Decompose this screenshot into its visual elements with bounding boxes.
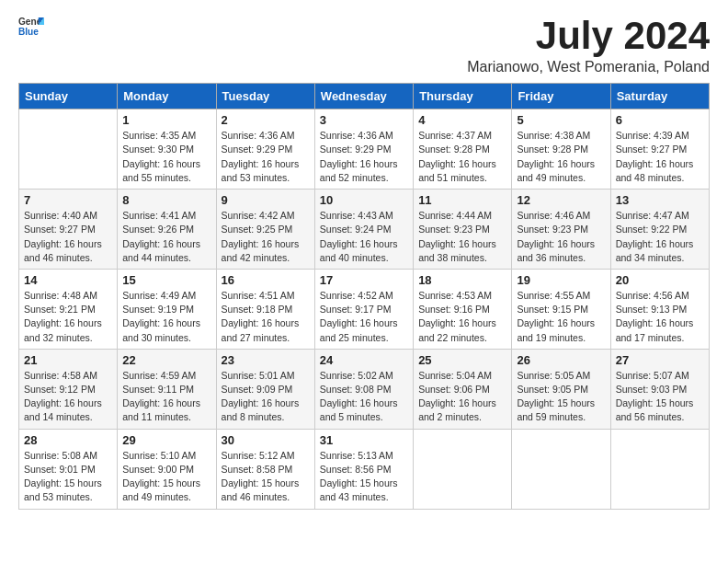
- day-number: 6: [616, 113, 704, 127]
- day-info: Sunrise: 4:42 AM Sunset: 9:25 PM Dayligh…: [222, 209, 310, 265]
- day-info: Sunrise: 5:12 AM Sunset: 8:58 PM Dayligh…: [222, 449, 310, 505]
- location-subtitle: Marianowo, West Pomerania, Poland: [467, 59, 710, 75]
- page-header: General Blue July 2024 Marianowo, West P…: [18, 15, 710, 75]
- day-number: 12: [517, 193, 605, 207]
- day-info: Sunrise: 5:07 AM Sunset: 9:03 PM Dayligh…: [616, 369, 704, 425]
- calendar-cell: 20Sunrise: 4:56 AM Sunset: 9:13 PM Dayli…: [610, 269, 709, 349]
- calendar-cell: 6Sunrise: 4:39 AM Sunset: 9:27 PM Daylig…: [610, 109, 709, 190]
- day-number: 13: [616, 193, 704, 207]
- column-header-thursday: Thursday: [414, 84, 512, 109]
- day-info: Sunrise: 4:47 AM Sunset: 9:22 PM Dayligh…: [616, 209, 704, 265]
- calendar-week-row: 14Sunrise: 4:48 AM Sunset: 9:21 PM Dayli…: [19, 269, 710, 349]
- calendar-week-row: 28Sunrise: 5:08 AM Sunset: 9:01 PM Dayli…: [19, 429, 710, 509]
- calendar-week-row: 1Sunrise: 4:35 AM Sunset: 9:30 PM Daylig…: [19, 109, 710, 190]
- calendar-cell: [610, 429, 709, 509]
- day-info: Sunrise: 4:58 AM Sunset: 9:12 PM Dayligh…: [24, 369, 112, 425]
- day-info: Sunrise: 4:35 AM Sunset: 9:30 PM Dayligh…: [122, 129, 210, 185]
- day-number: 31: [320, 433, 408, 447]
- calendar-cell: 19Sunrise: 4:55 AM Sunset: 9:15 PM Dayli…: [512, 269, 610, 349]
- calendar-header-row: SundayMondayTuesdayWednesdayThursdayFrid…: [19, 84, 710, 109]
- calendar-week-row: 7Sunrise: 4:40 AM Sunset: 9:27 PM Daylig…: [19, 190, 710, 270]
- day-info: Sunrise: 4:36 AM Sunset: 9:29 PM Dayligh…: [320, 129, 408, 185]
- day-number: 29: [122, 433, 210, 447]
- day-number: 14: [24, 273, 112, 287]
- day-number: 15: [122, 273, 210, 287]
- day-info: Sunrise: 4:44 AM Sunset: 9:23 PM Dayligh…: [418, 209, 506, 265]
- calendar-cell: 27Sunrise: 5:07 AM Sunset: 9:03 PM Dayli…: [610, 349, 709, 429]
- day-info: Sunrise: 4:49 AM Sunset: 9:19 PM Dayligh…: [122, 289, 210, 345]
- day-number: 17: [320, 273, 408, 287]
- day-number: 21: [24, 353, 112, 367]
- day-info: Sunrise: 4:55 AM Sunset: 9:15 PM Dayligh…: [517, 289, 605, 345]
- day-info: Sunrise: 4:52 AM Sunset: 9:17 PM Dayligh…: [320, 289, 408, 345]
- day-number: 3: [320, 113, 408, 127]
- day-number: 28: [24, 433, 112, 447]
- calendar-cell: 29Sunrise: 5:10 AM Sunset: 9:00 PM Dayli…: [118, 429, 216, 509]
- day-number: 10: [320, 193, 408, 207]
- calendar-cell: 7Sunrise: 4:40 AM Sunset: 9:27 PM Daylig…: [19, 190, 118, 270]
- calendar-cell: 8Sunrise: 4:41 AM Sunset: 9:26 PM Daylig…: [118, 190, 216, 270]
- day-number: 24: [320, 353, 408, 367]
- day-info: Sunrise: 4:53 AM Sunset: 9:16 PM Dayligh…: [418, 289, 506, 345]
- logo-icon: General Blue: [18, 15, 44, 40]
- calendar-cell: 26Sunrise: 5:05 AM Sunset: 9:05 PM Dayli…: [512, 349, 610, 429]
- calendar-week-row: 21Sunrise: 4:58 AM Sunset: 9:12 PM Dayli…: [19, 349, 710, 429]
- day-number: 19: [517, 273, 605, 287]
- column-header-sunday: Sunday: [19, 84, 118, 109]
- calendar-cell: 1Sunrise: 4:35 AM Sunset: 9:30 PM Daylig…: [118, 109, 216, 190]
- day-number: 27: [616, 353, 704, 367]
- calendar-cell: 4Sunrise: 4:37 AM Sunset: 9:28 PM Daylig…: [414, 109, 512, 190]
- day-number: 16: [222, 273, 310, 287]
- column-header-saturday: Saturday: [610, 84, 709, 109]
- calendar-cell: 2Sunrise: 4:36 AM Sunset: 9:29 PM Daylig…: [216, 109, 314, 190]
- day-number: 18: [418, 273, 506, 287]
- day-number: 20: [616, 273, 704, 287]
- day-number: 9: [222, 193, 310, 207]
- calendar-cell: 22Sunrise: 4:59 AM Sunset: 9:11 PM Dayli…: [118, 349, 216, 429]
- day-number: 2: [222, 113, 310, 127]
- calendar-cell: 28Sunrise: 5:08 AM Sunset: 9:01 PM Dayli…: [19, 429, 118, 509]
- calendar-cell: 31Sunrise: 5:13 AM Sunset: 8:56 PM Dayli…: [314, 429, 413, 509]
- calendar-cell: 10Sunrise: 4:43 AM Sunset: 9:24 PM Dayli…: [314, 190, 413, 270]
- day-info: Sunrise: 4:43 AM Sunset: 9:24 PM Dayligh…: [320, 209, 408, 265]
- day-info: Sunrise: 4:40 AM Sunset: 9:27 PM Dayligh…: [24, 209, 112, 265]
- day-number: 23: [222, 353, 310, 367]
- calendar-cell: [19, 109, 118, 190]
- day-info: Sunrise: 5:02 AM Sunset: 9:08 PM Dayligh…: [320, 369, 408, 425]
- column-header-wednesday: Wednesday: [314, 84, 413, 109]
- day-number: 11: [418, 193, 506, 207]
- calendar-cell: 3Sunrise: 4:36 AM Sunset: 9:29 PM Daylig…: [314, 109, 413, 190]
- day-info: Sunrise: 4:56 AM Sunset: 9:13 PM Dayligh…: [616, 289, 704, 345]
- day-number: 7: [24, 193, 112, 207]
- calendar-cell: 21Sunrise: 4:58 AM Sunset: 9:12 PM Dayli…: [19, 349, 118, 429]
- title-area: July 2024 Marianowo, West Pomerania, Pol…: [467, 15, 710, 75]
- day-info: Sunrise: 4:36 AM Sunset: 9:29 PM Dayligh…: [222, 129, 310, 185]
- column-header-monday: Monday: [118, 84, 216, 109]
- day-number: 30: [222, 433, 310, 447]
- day-number: 25: [418, 353, 506, 367]
- calendar-cell: 12Sunrise: 4:46 AM Sunset: 9:23 PM Dayli…: [512, 190, 610, 270]
- day-number: 22: [122, 353, 210, 367]
- calendar-cell: [414, 429, 512, 509]
- day-info: Sunrise: 4:46 AM Sunset: 9:23 PM Dayligh…: [517, 209, 605, 265]
- month-title: July 2024: [467, 15, 710, 57]
- day-info: Sunrise: 4:59 AM Sunset: 9:11 PM Dayligh…: [122, 369, 210, 425]
- day-info: Sunrise: 5:10 AM Sunset: 9:00 PM Dayligh…: [122, 449, 210, 505]
- calendar-cell: 13Sunrise: 4:47 AM Sunset: 9:22 PM Dayli…: [610, 190, 709, 270]
- day-info: Sunrise: 5:08 AM Sunset: 9:01 PM Dayligh…: [24, 449, 112, 505]
- day-info: Sunrise: 4:51 AM Sunset: 9:18 PM Dayligh…: [222, 289, 310, 345]
- calendar-cell: 15Sunrise: 4:49 AM Sunset: 9:19 PM Dayli…: [118, 269, 216, 349]
- calendar-cell: 25Sunrise: 5:04 AM Sunset: 9:06 PM Dayli…: [414, 349, 512, 429]
- calendar-cell: 23Sunrise: 5:01 AM Sunset: 9:09 PM Dayli…: [216, 349, 314, 429]
- day-info: Sunrise: 4:38 AM Sunset: 9:28 PM Dayligh…: [517, 129, 605, 185]
- day-info: Sunrise: 5:01 AM Sunset: 9:09 PM Dayligh…: [222, 369, 310, 425]
- day-number: 26: [517, 353, 605, 367]
- calendar-cell: 17Sunrise: 4:52 AM Sunset: 9:17 PM Dayli…: [314, 269, 413, 349]
- day-number: 8: [122, 193, 210, 207]
- calendar-cell: 18Sunrise: 4:53 AM Sunset: 9:16 PM Dayli…: [414, 269, 512, 349]
- day-info: Sunrise: 4:39 AM Sunset: 9:27 PM Dayligh…: [616, 129, 704, 185]
- calendar-cell: 30Sunrise: 5:12 AM Sunset: 8:58 PM Dayli…: [216, 429, 314, 509]
- day-info: Sunrise: 5:13 AM Sunset: 8:56 PM Dayligh…: [320, 449, 408, 505]
- day-number: 4: [418, 113, 506, 127]
- calendar-cell: 16Sunrise: 4:51 AM Sunset: 9:18 PM Dayli…: [216, 269, 314, 349]
